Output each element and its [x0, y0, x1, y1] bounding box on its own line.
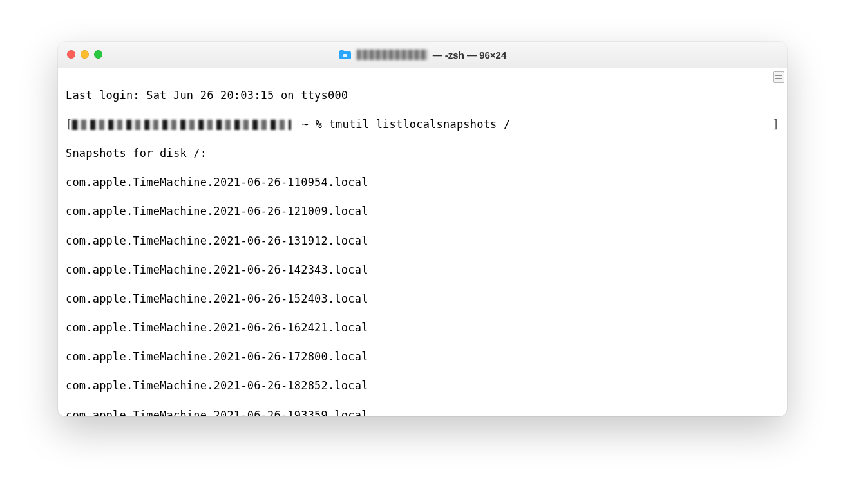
redacted-prompt: [72, 120, 291, 130]
snapshots-header: Snapshots for disk /:: [66, 146, 779, 161]
snapshot-line: com.apple.TimeMachine.2021-06-26-152403.…: [66, 292, 779, 306]
snapshot-line: com.apple.TimeMachine.2021-06-26-182852.…: [66, 378, 779, 393]
snapshot-line: com.apple.TimeMachine.2021-06-26-110954.…: [66, 175, 779, 190]
snapshot-line: com.apple.TimeMachine.2021-06-26-193359.…: [66, 408, 779, 416]
redacted-hostname: [357, 50, 428, 60]
command-1: tmutil listlocalsnapshots /: [329, 118, 511, 131]
snapshot-line: com.apple.TimeMachine.2021-06-26-131912.…: [66, 234, 779, 248]
close-button[interactable]: [67, 50, 75, 59]
folder-icon: [339, 50, 352, 60]
prompt-line-1: [ ~ % tmutil listlocalsnapshots /]: [66, 117, 779, 132]
snapshot-line: com.apple.TimeMachine.2021-06-26-172800.…: [66, 350, 779, 364]
traffic-lights: [67, 50, 102, 59]
terminal-window: — -zsh — 96×24 Last login: Sat Jun 26 20…: [58, 42, 787, 416]
snapshot-line: com.apple.TimeMachine.2021-06-26-162421.…: [66, 321, 779, 335]
window-title: — -zsh — 96×24: [58, 50, 787, 61]
snapshot-line: com.apple.TimeMachine.2021-06-26-142343.…: [66, 263, 779, 277]
titlebar: — -zsh — 96×24: [58, 42, 787, 68]
title-suffix: — -zsh — 96×24: [433, 50, 507, 61]
terminal-body[interactable]: Last login: Sat Jun 26 20:03:15 on ttys0…: [58, 68, 787, 416]
maximize-button[interactable]: [94, 50, 102, 59]
svg-rect-0: [343, 54, 347, 57]
minimize-button[interactable]: [81, 50, 89, 59]
last-login-line: Last login: Sat Jun 26 20:03:15 on ttys0…: [66, 88, 779, 103]
prompt-tail: ~ %: [295, 118, 328, 131]
snapshot-line: com.apple.TimeMachine.2021-06-26-121009.…: [66, 204, 779, 219]
